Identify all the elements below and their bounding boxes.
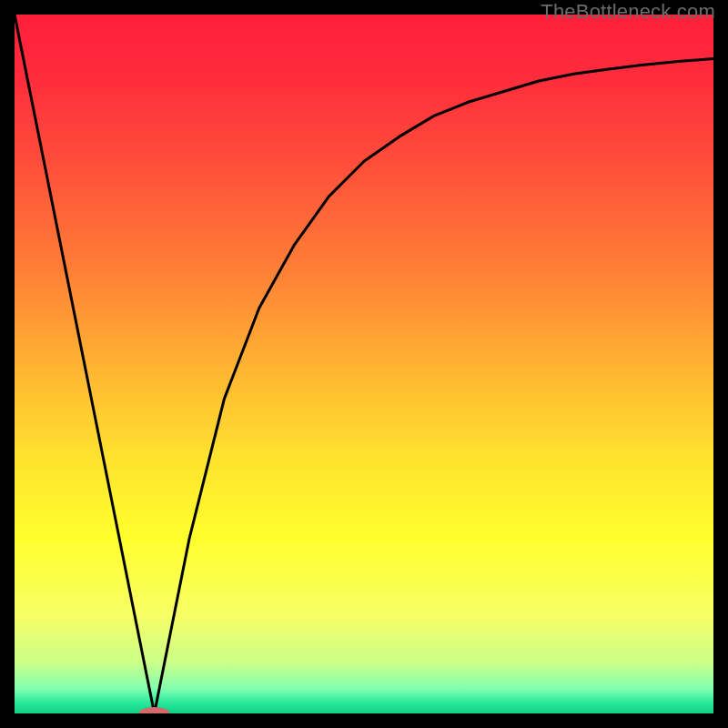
bottleneck-chart: [15, 15, 713, 713]
watermark-text: TheBottleneck.com: [541, 0, 715, 24]
gradient-background: [15, 15, 713, 713]
chart-frame: [15, 15, 713, 713]
